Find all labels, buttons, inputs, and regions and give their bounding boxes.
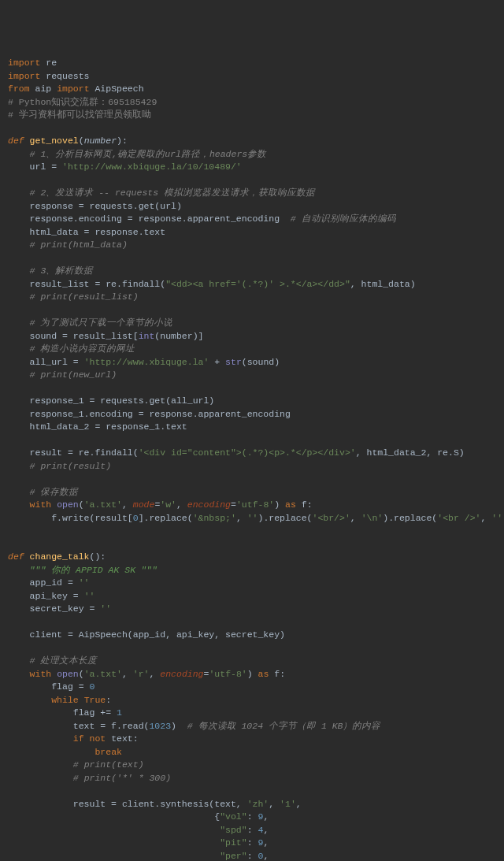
code-line — [8, 382, 496, 395]
code-line: # 2、发送请求 -- requests 模拟浏览器发送请求，获取响应数据 — [8, 187, 496, 200]
code-token: 'zh' — [247, 799, 269, 809]
code-line: f.write(result[0].replace('&nbsp;', '').… — [8, 512, 496, 525]
code-token: # print(new_url) — [30, 369, 117, 380]
code-token: all_url = — [8, 357, 84, 367]
code-line — [8, 304, 496, 317]
code-line — [8, 473, 496, 486]
code-line: "per": 0, — [8, 850, 496, 862]
code-token: '' — [100, 603, 111, 614]
code-token: , — [149, 669, 160, 679]
code-token: '' — [247, 513, 258, 523]
code-token: ) — [171, 721, 187, 731]
code-line: # 处理文本长度 — [8, 655, 496, 668]
code-token: f: — [302, 499, 313, 510]
code-token: , — [236, 513, 247, 523]
code-token: open — [57, 669, 79, 679]
code-token: as — [258, 669, 275, 679]
code-token: open — [57, 499, 79, 510]
code-line: result_list = re.findall("<dd><a href='(… — [8, 278, 496, 291]
code-line — [8, 252, 496, 265]
code-line: with open('a.txt', mode='w', encoding='u… — [8, 499, 496, 512]
code-token: , — [263, 837, 269, 848]
code-token: ).replace( — [383, 513, 437, 523]
code-token: ( — [79, 669, 84, 679]
code-token: : — [247, 825, 258, 835]
code-line: # 构造小说内容页的网址 — [8, 343, 496, 356]
code-token — [8, 461, 30, 471]
code-token: # 每次读取 1024 个字节（即 1 KB）的内容 — [187, 721, 381, 731]
code-token: get_novel — [30, 135, 79, 146]
code-line: {"vol": 9, — [8, 811, 496, 824]
code-line: result = re.findall('<div id="content">(… — [8, 447, 496, 460]
code-token: response_1.encoding = response.apparent_… — [8, 409, 291, 419]
code-token: re — [46, 58, 57, 68]
code-line: break — [8, 746, 496, 759]
code-line: url = 'http://www.xbiquge.la/10/10489/' — [8, 161, 496, 174]
code-line: all_url = 'http://www.xbiquge.la' + str(… — [8, 356, 496, 369]
code-token — [8, 851, 220, 861]
code-line: def get_novel(number): — [8, 135, 496, 148]
code-line: response_1.encoding = response.apparent_… — [8, 408, 496, 421]
code-token — [8, 655, 30, 666]
code-line — [8, 616, 496, 629]
code-token: + — [209, 357, 225, 367]
code-token: '' — [84, 591, 95, 601]
code-line: html_data = response.text — [8, 226, 496, 239]
code-line: response.encoding = response.apparent_en… — [8, 213, 496, 226]
code-token — [8, 317, 30, 328]
code-token: while True — [51, 695, 106, 705]
code-line: import re — [8, 57, 496, 70]
code-token: # 3、解析数据 — [30, 265, 94, 276]
code-token: text = f.read( — [8, 721, 149, 731]
code-line: # 为了测试只下载一个章节的小说 — [8, 317, 496, 330]
code-token — [8, 825, 220, 835]
code-token: '1' — [280, 799, 296, 809]
code-line: "spd": 4, — [8, 824, 496, 837]
code-token: response_1 = requests.get(all_url) — [8, 395, 214, 406]
code-line: response_1 = requests.get(all_url) — [8, 395, 496, 408]
code-token: # 自动识别响应体的编码 — [291, 213, 396, 224]
code-token: # print(result_list) — [30, 291, 139, 302]
code-token: response = requests.get(url) — [8, 201, 182, 211]
code-token: # 2、发送请求 -- requests 模拟浏览器发送请求，获取响应数据 — [30, 187, 315, 198]
code-token: number — [84, 135, 117, 146]
code-token: with — [30, 669, 57, 679]
code-token — [8, 565, 30, 575]
code-token: , — [480, 513, 491, 523]
code-token — [8, 239, 30, 250]
code-token — [8, 695, 51, 705]
code-token: ): — [117, 135, 128, 146]
code-line: # 保存数据 — [8, 486, 496, 499]
code-token — [8, 265, 30, 276]
code-token: """ 你的 APPID AK SK """ — [30, 565, 158, 575]
code-token: , html_data_2, re.S) — [356, 447, 465, 458]
code-line: import requests — [8, 70, 496, 84]
code-token: 'r' — [133, 669, 150, 679]
code-token: 1023 — [149, 721, 171, 731]
code-line — [8, 538, 496, 551]
code-token: 'a.txt' — [84, 499, 122, 510]
code-token: if not — [73, 733, 111, 744]
code-token: ) — [247, 669, 258, 679]
code-token: str — [225, 357, 242, 367]
code-token: # 处理文本长度 — [30, 655, 98, 666]
code-token: # 为了测试只下载一个章节的小说 — [30, 317, 173, 328]
code-token: , — [122, 499, 133, 510]
code-token: 0 — [133, 513, 139, 523]
code-token: '' — [491, 513, 502, 523]
code-token: result = re.findall( — [8, 447, 139, 458]
code-token: url = — [8, 161, 62, 172]
code-token: '' — [79, 577, 90, 588]
code-token: result_list = re.findall( — [8, 279, 165, 289]
code-token — [8, 669, 30, 679]
code-line: from aip import AipSpeech — [8, 83, 496, 96]
code-line: api_key = '' — [8, 590, 496, 603]
code-token — [8, 773, 73, 783]
code-token — [8, 747, 94, 757]
code-token — [8, 837, 220, 848]
code-line — [8, 642, 496, 655]
code-token: 1 — [117, 707, 122, 718]
code-token: encoding — [160, 669, 203, 679]
code-line: """ 你的 APPID AK SK """ — [8, 564, 496, 577]
code-token: from — [8, 84, 35, 94]
